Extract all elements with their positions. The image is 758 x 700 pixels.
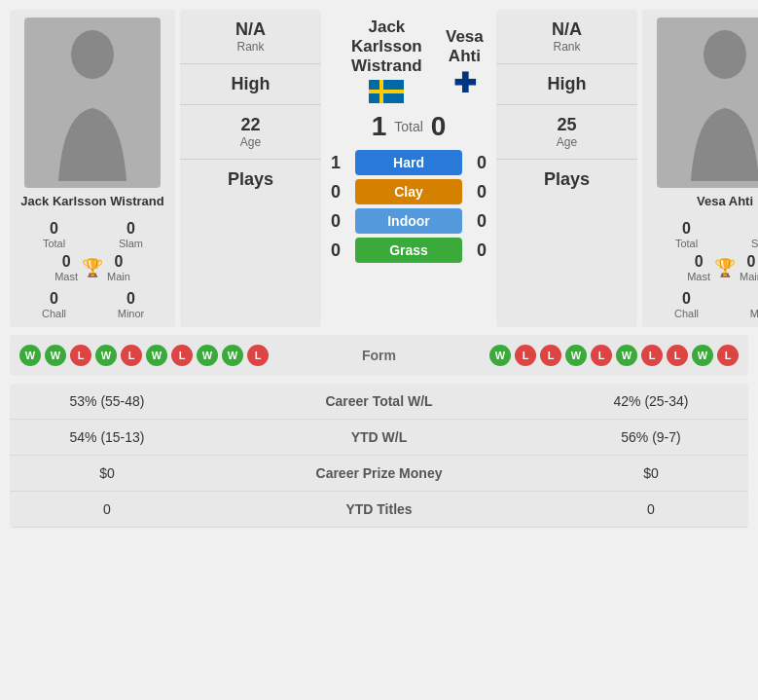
left-main-label: Main: [107, 271, 130, 282]
form-badge-left: W: [222, 345, 243, 366]
left-chall-label: Chall: [42, 308, 66, 319]
left-trophy-row: 0 Mast 🏆 0 Main: [18, 253, 167, 282]
form-badge-right: W: [489, 345, 511, 366]
right-high-value: High: [548, 74, 587, 94]
stat-left-value: 54% (15-13): [10, 420, 204, 456]
right-form-badges: WLLWLWLLWL: [489, 345, 739, 366]
left-rank-label: Rank: [236, 40, 264, 54]
clay-row: 0 Clay 0: [326, 177, 491, 206]
form-badge-left: W: [146, 345, 167, 366]
right-plays-value: Plays: [544, 169, 590, 190]
right-chall-label: Chall: [674, 308, 699, 319]
left-name-flag: Jack Karlsson Wistrand: [331, 18, 443, 107]
left-rank-value: N/A: [235, 19, 266, 40]
names-row: Jack Karlsson Wistrand Vesa Ahti ✚: [326, 10, 491, 111]
right-center-name: Vesa Ahti: [443, 27, 487, 66]
right-main-cell: 0 Main: [740, 253, 758, 282]
form-badge-right: L: [591, 345, 612, 366]
left-chall-cell: 0 Chall: [18, 290, 90, 319]
form-badge-left: L: [121, 345, 142, 366]
right-name-flag: Vesa Ahti ✚: [443, 27, 487, 97]
left-mast-value: 0: [62, 253, 71, 271]
form-section: WWLWLWLWWL Form WLLWLWLLWL: [10, 335, 748, 376]
form-badge-right: L: [515, 345, 536, 366]
left-chall-value: 0: [50, 290, 58, 308]
left-high-value: High: [232, 74, 271, 94]
stats-table-container: 53% (55-48) Career Total W/L 42% (25-34)…: [10, 384, 748, 528]
hard-left: 1: [326, 153, 345, 173]
right-mast-value: 0: [695, 253, 704, 271]
right-plays-row: Plays: [496, 160, 637, 200]
stat-right-value: 0: [554, 492, 748, 528]
hard-right: 0: [472, 153, 491, 173]
right-chall-cell: 0 Chall: [650, 290, 723, 319]
right-player-avatar: [657, 18, 758, 188]
form-label: Form: [362, 348, 396, 363]
right-slam-cell: 0 Slam: [727, 220, 758, 249]
right-minor-label: Minor: [750, 308, 758, 319]
right-mast-cell: 0 Mast: [687, 253, 710, 282]
left-high-row: High: [180, 64, 321, 105]
form-badge-right: W: [616, 345, 637, 366]
form-badge-right: W: [565, 345, 587, 366]
left-mast-cell: 0 Mast: [54, 253, 78, 282]
left-total-value: 0: [50, 220, 58, 238]
left-total-cell: 0 Total: [18, 220, 90, 249]
right-age-row: 25 Age: [496, 105, 637, 160]
right-rank-label: Rank: [553, 40, 580, 54]
finland-flag-icon: ✚: [453, 70, 476, 97]
form-badge-left: L: [70, 345, 91, 366]
right-slam-label: Slam: [751, 238, 758, 249]
svg-point-1: [704, 30, 746, 79]
hard-row: 1 Hard 0: [326, 148, 491, 177]
form-badge-left: L: [247, 345, 269, 366]
stat-right-value: $0: [554, 456, 748, 492]
indoor-left: 0: [326, 211, 345, 232]
grass-left: 0: [326, 240, 345, 261]
right-age-value: 25: [557, 115, 576, 135]
form-badge-right: L: [540, 345, 561, 366]
right-rank-value: N/A: [552, 19, 582, 40]
right-trophy-row: 0 Mast 🏆 0 Main: [650, 253, 758, 282]
left-player-card: Jack Karlsson Wistrand 0 Total 0 Slam 0 …: [10, 10, 175, 327]
right-trophy-icon: 🏆: [714, 257, 736, 278]
left-form-badges: WWLWLWLWWL: [19, 345, 269, 366]
left-plays-row: Plays: [180, 160, 321, 200]
clay-badge: Clay: [355, 179, 462, 204]
left-age-row: 22 Age: [180, 105, 321, 160]
stat-center-label: YTD W/L: [204, 420, 554, 456]
left-slam-label: Slam: [119, 238, 143, 249]
left-player-stats2: 0 Chall 0 Minor: [18, 290, 167, 319]
form-badge-right: L: [667, 345, 688, 366]
main-container: Jack Karlsson Wistrand 0 Total 0 Slam 0 …: [0, 0, 758, 537]
grass-row: 0 Grass 0: [326, 236, 491, 265]
stat-center-label: Career Prize Money: [204, 456, 554, 492]
form-row: WWLWLWLWWL Form WLLWLWLLWL: [19, 345, 739, 366]
right-high-row: High: [496, 64, 637, 105]
form-badge-right: W: [692, 345, 713, 366]
table-row: 53% (55-48) Career Total W/L 42% (25-34): [10, 384, 748, 420]
left-age-label: Age: [240, 135, 261, 149]
left-age-value: 22: [240, 115, 260, 135]
form-badge-left: L: [171, 345, 193, 366]
left-mast-label: Mast: [54, 271, 78, 282]
right-player-stats2: 0 Chall 0 Minor: [650, 290, 758, 319]
right-rank-row: N/A Rank: [496, 10, 637, 64]
right-total-value: 0: [682, 220, 691, 238]
stat-left-value: $0: [10, 456, 204, 492]
left-slam-value: 0: [126, 220, 135, 238]
left-minor-cell: 0 Minor: [94, 290, 167, 319]
stat-left-value: 0: [10, 492, 204, 528]
indoor-badge: Indoor: [355, 208, 462, 234]
right-chall-value: 0: [682, 290, 691, 308]
right-minor-cell: 0 Minor: [727, 290, 758, 319]
right-player-card: Vesa Ahti 0 Total 0 Slam 0 Mast 🏆 0: [642, 10, 758, 327]
h2h-left-score: 1: [372, 111, 387, 142]
h2h-right-score: 0: [431, 111, 447, 142]
h2h-center: Jack Karlsson Wistrand Vesa Ahti ✚ 1 Tot…: [326, 10, 491, 327]
clay-right: 0: [472, 182, 491, 203]
stat-right-value: 42% (25-34): [554, 384, 748, 420]
stat-left-value: 53% (55-48): [10, 384, 204, 420]
stat-center-label: Career Total W/L: [204, 384, 554, 420]
left-player-avatar: [24, 18, 161, 188]
